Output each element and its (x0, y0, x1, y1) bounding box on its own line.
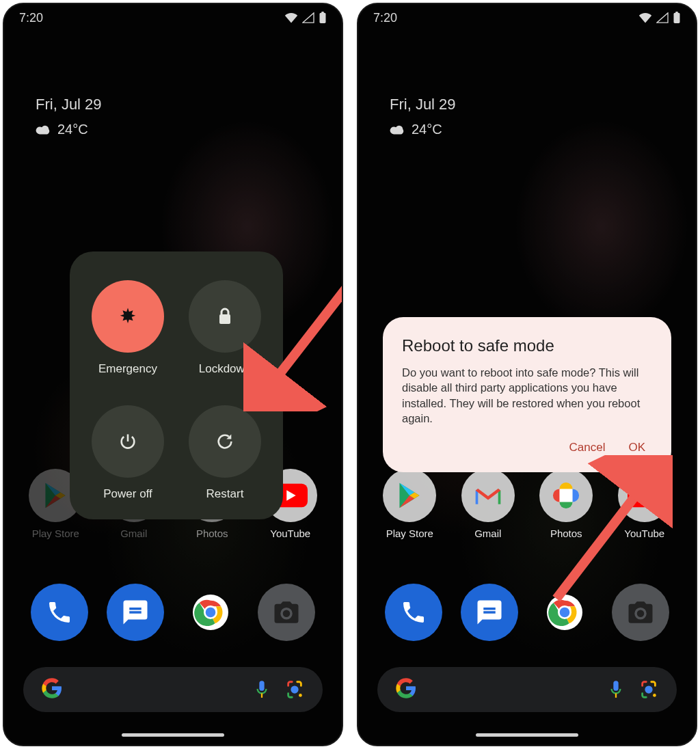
status-time: 7:20 (373, 11, 397, 25)
gmail-icon (461, 469, 515, 522)
power-menu-label: Restart (206, 487, 244, 501)
power-menu-label: Lockdown (199, 362, 252, 376)
power-icon (92, 405, 164, 478)
dialog-actions: Cancel OK (402, 426, 652, 461)
nav-gesture-pill[interactable] (476, 733, 578, 737)
dock (4, 584, 342, 641)
app-label: Gmail (474, 528, 501, 539)
lens-icon[interactable] (284, 679, 305, 700)
phone-icon (400, 599, 427, 626)
messages-icon (121, 598, 150, 627)
battery-icon (319, 12, 327, 24)
dock-phone[interactable] (31, 584, 88, 641)
camera-icon (626, 598, 655, 627)
phone-screenshot-right: 7:20 Fri, Jul 29 24°C Play Store Gmail (357, 3, 697, 746)
app-label: Play Store (32, 528, 79, 539)
app-photos[interactable]: Photos (530, 469, 602, 539)
google-g-icon (41, 677, 63, 702)
home-weather: 24°C (390, 122, 442, 137)
power-menu-emergency[interactable]: Emergency (82, 268, 174, 387)
svg-point-16 (299, 694, 302, 697)
photos-icon (539, 469, 593, 522)
phone-screenshot-left: 7:20 Fri, Jul 29 24°C Play Store Gmail (3, 3, 343, 746)
dock-chrome[interactable] (182, 584, 239, 641)
home-weather: 24°C (36, 122, 88, 137)
home-temperature: 24°C (412, 122, 442, 137)
lens-icon[interactable] (638, 679, 659, 700)
youtube-icon (618, 469, 671, 522)
wifi-icon (638, 12, 652, 23)
svg-rect-1 (321, 12, 324, 14)
play-store-icon (383, 469, 436, 522)
home-date: Fri, Jul 29 (390, 96, 456, 113)
svg-point-30 (637, 610, 645, 618)
svg-point-12 (283, 610, 291, 618)
signal-icon (656, 12, 669, 23)
cloud-icon (36, 124, 51, 135)
dialog-title: Reboot to safe mode (402, 336, 652, 355)
dock (358, 584, 696, 641)
home-date: Fri, Jul 29 (36, 96, 102, 113)
emergency-icon (92, 280, 164, 353)
dock-camera[interactable] (258, 584, 315, 641)
status-time: 7:20 (19, 11, 43, 25)
app-play-store[interactable]: Play Store (374, 469, 445, 539)
svg-rect-0 (320, 13, 326, 23)
app-label: YouTube (270, 528, 310, 539)
search-bar[interactable] (23, 667, 323, 712)
svg-rect-25 (560, 489, 573, 502)
power-menu-restart[interactable]: Restart (179, 393, 271, 513)
mic-icon[interactable] (608, 679, 623, 700)
svg-rect-13 (259, 681, 264, 691)
power-menu-power-off[interactable]: Power off (82, 393, 174, 513)
dialog-body: Do you want to reboot into safe mode? Th… (402, 365, 652, 426)
app-label: Photos (550, 528, 582, 539)
nav-gesture-pill[interactable] (122, 733, 224, 737)
app-row: Play Store Gmail Photos YouTube (358, 469, 696, 539)
app-label: Play Store (386, 528, 433, 539)
svg-rect-17 (219, 314, 230, 324)
status-bar: 7:20 (358, 4, 696, 31)
chrome-icon (547, 595, 582, 630)
mic-icon[interactable] (254, 679, 269, 700)
cloud-icon (390, 124, 405, 135)
svg-point-33 (645, 685, 652, 693)
search-bar[interactable] (377, 667, 677, 712)
app-label: YouTube (624, 528, 664, 539)
app-label: Gmail (120, 528, 147, 539)
svg-point-34 (653, 694, 656, 697)
power-menu-label: Power off (103, 487, 152, 501)
svg-point-15 (291, 685, 298, 693)
restart-icon (189, 405, 261, 478)
app-label: Photos (196, 528, 228, 539)
chrome-icon (193, 595, 228, 630)
cancel-button[interactable]: Cancel (569, 441, 606, 454)
dock-messages[interactable] (107, 584, 164, 641)
dock-chrome[interactable] (536, 584, 593, 641)
app-youtube[interactable]: YouTube (609, 469, 680, 539)
safe-mode-dialog: Reboot to safe mode Do you want to reboo… (383, 317, 671, 472)
phone-icon (46, 599, 73, 626)
battery-icon (673, 12, 681, 24)
status-bar: 7:20 (4, 4, 342, 31)
status-right (638, 12, 681, 24)
power-menu: Emergency Lockdown Power off Restart (70, 251, 283, 519)
messages-icon (475, 598, 504, 627)
power-menu-label: Emergency (98, 362, 157, 376)
camera-icon (272, 598, 301, 627)
home-temperature: 24°C (57, 122, 88, 137)
wifi-icon (284, 12, 298, 23)
dock-phone[interactable] (385, 584, 442, 641)
signal-icon (302, 12, 314, 23)
ok-button[interactable]: OK (628, 441, 645, 454)
svg-rect-19 (674, 13, 680, 23)
app-gmail[interactable]: Gmail (453, 469, 524, 539)
power-menu-lockdown[interactable]: Lockdown (179, 268, 271, 387)
status-right (284, 12, 327, 24)
dock-messages[interactable] (461, 584, 518, 641)
google-g-icon (395, 677, 417, 702)
dock-camera[interactable] (612, 584, 669, 641)
lock-icon (189, 280, 261, 353)
svg-rect-31 (613, 681, 618, 691)
svg-rect-20 (675, 12, 678, 14)
